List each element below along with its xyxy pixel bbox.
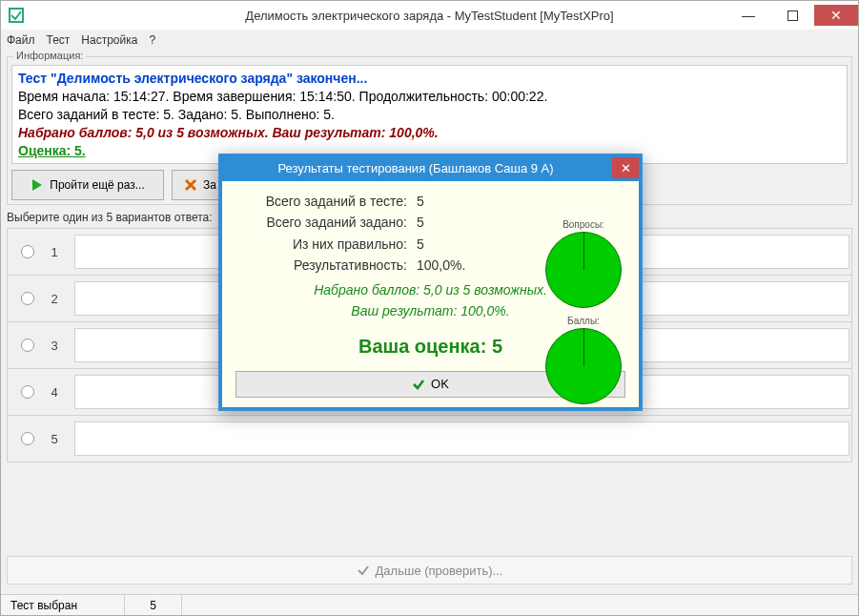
- stat-asked-label: Всего заданий задано:: [235, 212, 417, 233]
- pie-points-label: Баллы:: [545, 316, 622, 326]
- stat-correct-val: 5: [417, 234, 424, 255]
- info-score: Набрано баллов: 5,0 из 5 возможных. Ваш …: [18, 124, 841, 142]
- cancel-icon: [184, 178, 197, 192]
- dialog-close-button[interactable]: ✕: [612, 157, 639, 178]
- stat-result-val: 100,0%.: [417, 255, 465, 276]
- stat-total-val: 5: [417, 191, 424, 212]
- menubar: Файл Тест Настройка ?: [1, 30, 858, 51]
- results-dialog: Результаты тестирования (Башлаков Саша 9…: [218, 154, 643, 411]
- menu-test[interactable]: Тест: [47, 33, 71, 47]
- answer-number: 3: [44, 339, 65, 353]
- menu-file[interactable]: Файл: [7, 33, 35, 47]
- answer-row[interactable]: 5: [8, 415, 851, 462]
- next-button-label: Дальше (проверить)...: [376, 564, 503, 578]
- stat-correct-label: Из них правильно:: [235, 234, 417, 255]
- pie-points: [545, 328, 622, 404]
- info-panel: Тест "Делимость электрического заряда" з…: [11, 65, 848, 164]
- status-count: 5: [125, 595, 182, 615]
- ok-button-label: OK: [431, 377, 449, 391]
- answer-number: 5: [44, 432, 65, 446]
- play-icon: [31, 178, 44, 192]
- stat-asked-val: 5: [417, 212, 424, 233]
- radio-icon[interactable]: [21, 245, 34, 258]
- pie-charts: Вопросы: Баллы:: [545, 219, 622, 412]
- answer-number: 4: [44, 385, 65, 400]
- window-titlebar: Делимость электрического заряда - MyTest…: [1, 1, 858, 30]
- app-icon: [9, 8, 24, 23]
- window-controls: — ✕: [726, 5, 858, 26]
- answer-number: 2: [44, 292, 65, 306]
- close-button[interactable]: ✕: [814, 5, 858, 26]
- dialog-title: Результаты тестирования (Башлаков Саша 9…: [219, 161, 612, 175]
- stat-total-label: Всего заданий в тесте:: [235, 191, 417, 212]
- retry-button[interactable]: Пройти ещё раз...: [11, 170, 164, 200]
- check-icon: [357, 564, 370, 577]
- radio-icon[interactable]: [21, 339, 34, 352]
- radio-icon[interactable]: [21, 385, 34, 399]
- info-times: Время начала: 15:14:27. Время завершения…: [18, 88, 841, 106]
- info-tasks: Всего заданий в тесте: 5. Задано: 5. Вып…: [18, 106, 841, 124]
- minimize-button[interactable]: —: [726, 5, 770, 26]
- next-button: Дальше (проверить)...: [7, 556, 852, 585]
- dialog-body: Вопросы: Баллы: Всего заданий в тесте:5 …: [219, 181, 642, 410]
- status-text: Тест выбран: [1, 595, 125, 615]
- menu-settings[interactable]: Настройка: [81, 33, 137, 47]
- maximize-button[interactable]: [770, 5, 814, 26]
- other-button-label: За: [203, 178, 216, 192]
- dialog-titlebar: Результаты тестирования (Башлаков Саша 9…: [219, 154, 642, 181]
- radio-icon[interactable]: [21, 432, 34, 445]
- answer-content: [74, 421, 849, 456]
- answer-number: 1: [44, 245, 65, 259]
- radio-icon[interactable]: [21, 292, 34, 305]
- pie-questions-label: Вопросы:: [545, 219, 622, 230]
- app-window: Делимость электрического заряда - MyTest…: [0, 0, 859, 616]
- info-group-label: Информация:: [13, 50, 86, 61]
- retry-button-label: Пройти ещё раз...: [50, 178, 144, 192]
- stat-result-label: Результативность:: [235, 255, 417, 276]
- status-empty: [182, 595, 858, 615]
- menu-help[interactable]: ?: [149, 33, 155, 47]
- statusbar: Тест выбран 5: [1, 594, 858, 615]
- pie-questions: [545, 232, 622, 308]
- check-icon: [412, 378, 425, 391]
- svg-rect-1: [787, 10, 797, 20]
- info-test-title: Тест "Делимость электрического заряда" з…: [18, 70, 841, 88]
